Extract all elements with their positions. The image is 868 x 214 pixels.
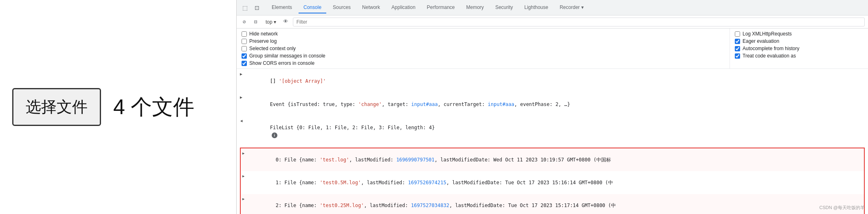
settings-right: Log XMLHttpRequests Eager evaluation Aut… <box>730 29 868 68</box>
preserve-log-checkbox-row[interactable]: Preserve log <box>242 38 725 44</box>
expand-icon-filelist[interactable]: ▼ <box>237 120 245 122</box>
filelist-highlight-box: ▶ 0: File {name: 'test.log', lastModifie… <box>240 148 865 214</box>
group-messages-checkbox-row[interactable]: Group similar messages in console <box>242 53 725 59</box>
tab-network[interactable]: Network <box>357 2 385 13</box>
eye-icon[interactable]: 👁 <box>281 18 290 26</box>
devtools-panel: ⬚ ⊡ Elements Console Sources Network App… <box>236 0 868 214</box>
info-badge[interactable]: i <box>272 132 277 138</box>
context-dropdown-icon: ▾ <box>274 19 276 25</box>
clear-console-icon[interactable]: ⊘ <box>240 18 249 26</box>
expand-icon-file0[interactable]: ▶ <box>242 150 244 157</box>
event-log-text: Event {isTrusted: true, type: 'change', … <box>246 93 570 115</box>
selected-context-checkbox[interactable] <box>242 46 247 51</box>
device-toolbar-icon[interactable]: ⊡ <box>252 3 262 13</box>
devtools-tab-bar: ⬚ ⊡ Elements Console Sources Network App… <box>237 0 868 15</box>
cors-errors-checkbox-row[interactable]: Show CORS errors in console <box>242 60 725 66</box>
console-settings: Hide network Preserve log Selected conte… <box>237 29 868 69</box>
log-xmlhttp-checkbox-row[interactable]: Log XMLHttpRequests <box>735 31 863 37</box>
filelist-header-text: FileList {0: File, 1: File, 2: File, 3: … <box>246 117 435 146</box>
context-label: top <box>266 19 272 25</box>
file2-text: 2: File {name: 'test0.25M.log', lastModi… <box>246 194 616 214</box>
expand-icon-array[interactable]: ▶ <box>240 71 242 78</box>
file-count-label: 4 个文件 <box>113 93 194 121</box>
console-output: ▶ [] '[object Array]' ▶ Event {isTrusted… <box>237 69 868 214</box>
filelist-row-0: ▶ 0: File {name: 'test.log', lastModifie… <box>241 148 864 171</box>
group-messages-label: Group similar messages in console <box>249 53 325 59</box>
hide-network-checkbox[interactable] <box>242 31 247 37</box>
choose-file-button[interactable]: 选择文件 <box>12 88 101 126</box>
filter-input[interactable] <box>293 18 865 26</box>
treat-code-checkbox-row[interactable]: Treat code evaluation as <box>735 53 863 59</box>
inspect-icon[interactable]: ⬚ <box>240 3 250 13</box>
settings-left: Hide network Preserve log Selected conte… <box>237 29 730 68</box>
selected-context-checkbox-row[interactable]: Selected context only <box>242 46 725 51</box>
selected-context-label: Selected context only <box>249 46 296 51</box>
file1-text: 1: File {name: 'test0.5M.log', lastModif… <box>246 172 613 194</box>
hide-network-label: Hide network <box>249 31 278 37</box>
tab-console[interactable]: Console <box>299 2 326 13</box>
group-messages-checkbox[interactable] <box>242 53 247 59</box>
filter-toggle-icon[interactable]: ⊟ <box>251 18 260 26</box>
preserve-log-label: Preserve log <box>249 38 277 44</box>
console-toolbar: ⊘ ⊟ top ▾ 👁 <box>237 15 868 29</box>
treat-code-label: Treat code evaluation as <box>743 53 796 59</box>
hide-network-checkbox-row[interactable]: Hide network <box>242 31 725 37</box>
context-selector[interactable]: top ▾ <box>263 18 279 26</box>
tab-performance[interactable]: Performance <box>422 2 460 13</box>
cors-errors-label: Show CORS errors in console <box>249 60 314 66</box>
filelist-row-1: ▶ 1: File {name: 'test0.5M.log', lastMod… <box>241 171 864 194</box>
autocomplete-label: Autocomplete from history <box>743 46 799 51</box>
log-xmlhttp-checkbox[interactable] <box>735 31 740 37</box>
treat-code-checkbox[interactable] <box>735 53 740 59</box>
expand-icon-event[interactable]: ▶ <box>240 94 242 101</box>
console-line-event: ▶ Event {isTrusted: true, type: 'change'… <box>237 93 868 116</box>
console-line-array: ▶ [] '[object Array]' <box>237 70 868 93</box>
tab-memory[interactable]: Memory <box>461 2 489 13</box>
autocomplete-checkbox[interactable] <box>735 46 740 51</box>
tab-security[interactable]: Security <box>490 2 518 13</box>
log-xmlhttp-label: Log XMLHttpRequests <box>743 31 792 37</box>
expand-icon-file2[interactable]: ▶ <box>242 196 244 203</box>
autocomplete-checkbox-row[interactable]: Autocomplete from history <box>735 46 863 51</box>
tab-application[interactable]: Application <box>387 2 420 13</box>
tab-lighthouse[interactable]: Lighthouse <box>519 2 553 13</box>
preserve-log-checkbox[interactable] <box>242 39 247 44</box>
file0-text: 0: File {name: 'test.log', lastModified:… <box>246 149 611 171</box>
tab-elements[interactable]: Elements <box>267 2 297 13</box>
eager-eval-checkbox-row[interactable]: Eager evaluation <box>735 38 863 44</box>
console-line-filelist-header: ▼ FileList {0: File, 1: File, 2: File, 3… <box>237 116 868 147</box>
eager-eval-label: Eager evaluation <box>743 38 779 44</box>
watermark: CSDN @每天吃饭的羊 <box>820 205 865 211</box>
eager-eval-checkbox[interactable] <box>735 39 740 44</box>
cors-errors-checkbox[interactable] <box>242 61 247 66</box>
tab-icons: ⬚ ⊡ <box>240 3 262 13</box>
left-section: 选择文件 4 个文件 <box>0 0 236 214</box>
expand-icon-file1[interactable]: ▶ <box>242 173 244 180</box>
array-log-text: [] '[object Array]' <box>246 70 326 92</box>
filelist-row-2: ▶ 2: File {name: 'test0.25M.log', lastMo… <box>241 194 864 214</box>
tab-sources[interactable]: Sources <box>328 2 356 13</box>
tab-recorder[interactable]: Recorder ▾ <box>555 2 589 13</box>
